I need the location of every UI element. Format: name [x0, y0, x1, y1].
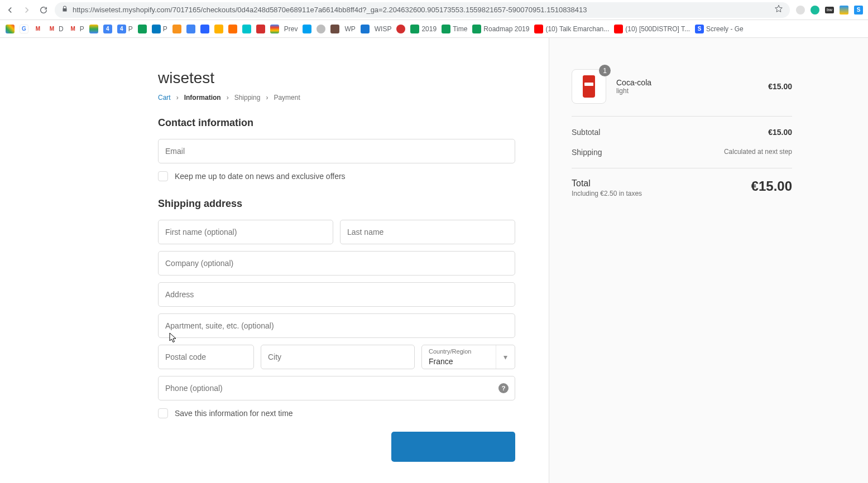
chevron-right-icon: › [227, 94, 229, 102]
address-bar[interactable]: https://wisetest.myshopify.com/7017165/c… [55, 2, 790, 18]
bookmark-item[interactable]: Prev [284, 25, 298, 33]
bookmark-item[interactable] [396, 25, 405, 33]
extension-icons: bw S [795, 5, 864, 15]
apartment-field[interactable] [158, 313, 515, 338]
bookmark-item[interactable]: (10) [500DISTRO] T... [614, 25, 690, 33]
total-sub: Including €2.50 in taxes [572, 190, 642, 197]
store-name: wisetest [158, 69, 515, 87]
help-icon[interactable]: ? [498, 383, 509, 393]
qty-badge: 1 [599, 65, 611, 76]
ext-icon-3[interactable]: bw [824, 5, 835, 15]
ext-icon-1[interactable] [795, 5, 805, 15]
address-field[interactable] [158, 282, 515, 307]
forward-button[interactable] [21, 4, 32, 16]
shipping-title: Shipping address [158, 198, 515, 210]
bookmark-item[interactable] [228, 25, 237, 33]
breadcrumb: Cart › Information › Shipping › Payment [158, 94, 515, 102]
bookmark-item[interactable] [316, 25, 325, 33]
total-label: Total [572, 178, 642, 189]
bookmark-item[interactable] [303, 25, 311, 33]
postal-field[interactable] [158, 345, 254, 369]
bookmark-item[interactable] [6, 25, 15, 33]
ext-icon-4[interactable] [839, 5, 849, 15]
bookmark-item[interactable]: Roadmap 2019 [472, 25, 529, 33]
bookmark-item[interactable] [172, 25, 181, 33]
star-icon[interactable] [774, 4, 783, 15]
order-summary: 1 Coca-cola light €15.00 Subtotal €15.00… [549, 38, 868, 483]
product-name: Coca-cola [616, 78, 758, 87]
newsletter-label: Keep me up to date on news and exclusive… [175, 172, 346, 181]
phone-field[interactable] [158, 376, 515, 400]
bookmark-item[interactable]: SScreely - Ge [695, 25, 744, 33]
continue-button[interactable] [391, 432, 515, 462]
bookmark-item[interactable] [89, 25, 98, 33]
last-name-field[interactable] [340, 220, 515, 244]
newsletter-checkbox[interactable] [158, 171, 168, 181]
first-name-field[interactable] [158, 220, 333, 244]
breadcrumb-shipping: Shipping [234, 94, 261, 102]
bookmark-item[interactable] [361, 25, 370, 33]
ext-icon-5[interactable]: S [853, 5, 864, 15]
bookmark-item[interactable]: WISP [375, 25, 392, 33]
bookmark-item[interactable] [330, 25, 339, 33]
total-amount: €15.00 [751, 178, 792, 194]
product-price: €15.00 [768, 82, 792, 91]
bookmark-item[interactable]: P [152, 25, 167, 33]
company-field[interactable] [158, 251, 515, 276]
bookmark-item[interactable]: (10) Talk Emarchan... [534, 25, 609, 33]
country-label: Country/Region [429, 348, 471, 355]
bookmark-item[interactable]: Time [442, 25, 467, 33]
browser-toolbar: https://wisetest.myshopify.com/7017165/c… [0, 0, 868, 20]
bookmark-item[interactable] [256, 25, 265, 33]
shipping-label: Shipping [572, 148, 602, 157]
back-button[interactable] [4, 4, 16, 16]
breadcrumb-payment: Payment [274, 94, 300, 102]
ext-icon-2[interactable] [810, 5, 820, 15]
city-field[interactable] [261, 345, 415, 369]
bookmark-item[interactable] [270, 25, 279, 33]
bookmark-item[interactable]: WP [344, 25, 355, 33]
bookmark-item[interactable]: 4 [103, 25, 112, 33]
url-text: https://wisetest.myshopify.com/7017165/c… [73, 6, 770, 14]
breadcrumb-cart[interactable]: Cart [158, 94, 171, 102]
email-field[interactable] [158, 139, 515, 163]
caret-down-icon: ▾ [496, 345, 515, 369]
breadcrumb-information: Information [184, 94, 221, 102]
save-info-checkbox[interactable] [158, 408, 168, 418]
bookmark-item[interactable] [186, 25, 195, 33]
contact-title: Contact information [158, 117, 515, 129]
bookmark-item[interactable]: MP [69, 25, 84, 33]
bookmark-item[interactable] [138, 25, 147, 33]
chevron-right-icon: › [176, 94, 179, 102]
bookmark-item[interactable] [200, 25, 209, 33]
product-variant: light [616, 87, 758, 95]
bookmark-item[interactable]: 2019 [410, 25, 437, 33]
bookmark-item[interactable] [214, 25, 223, 33]
product-thumb: 1 [572, 69, 606, 104]
reload-button[interactable] [38, 4, 49, 16]
bookmark-item[interactable] [242, 25, 251, 33]
subtotal-label: Subtotal [572, 128, 600, 137]
country-value: France [429, 357, 453, 366]
shipping-value: Calculated at next step [724, 148, 792, 157]
bookmark-item[interactable]: M [33, 25, 42, 33]
country-select[interactable]: Country/Region France ▾ [421, 345, 515, 369]
chevron-right-icon: › [266, 94, 268, 102]
subtotal-value: €15.00 [768, 128, 792, 137]
bookmark-item[interactable]: 4P [117, 25, 133, 33]
bookmark-item[interactable]: MD [47, 25, 64, 33]
bookmark-item[interactable]: G [20, 25, 28, 33]
lock-icon [61, 6, 68, 14]
save-info-label: Save this information for next time [175, 409, 293, 418]
bookmarks-bar: G M MD MP 4 4P P Prev WP WISP 2019 Time … [0, 20, 868, 38]
